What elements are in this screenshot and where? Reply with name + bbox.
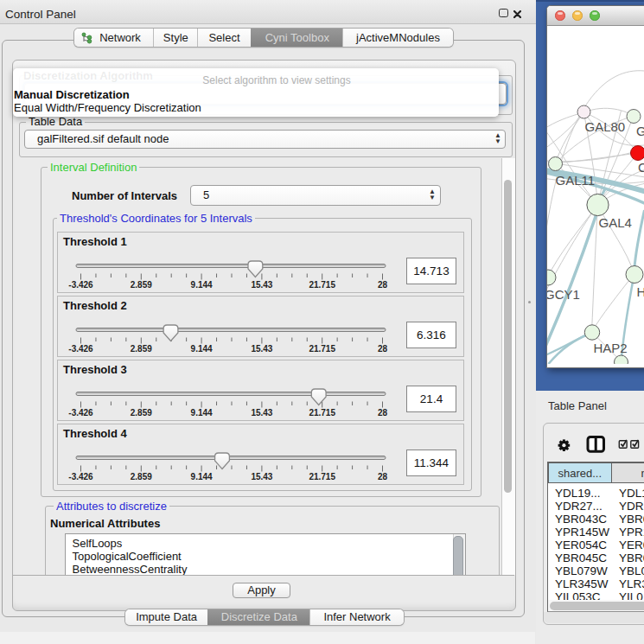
svg-text:CR: CR	[638, 160, 644, 175]
svg-text:21.715: 21.715	[309, 280, 335, 290]
svg-text:28: 28	[378, 408, 388, 418]
svg-text:2.859: 2.859	[131, 344, 152, 354]
svg-text:21.715: 21.715	[309, 472, 335, 481]
svg-text:H: H	[636, 284, 644, 299]
svg-text:-3.426: -3.426	[68, 472, 93, 481]
svg-text:28: 28	[378, 280, 388, 290]
svg-text:2.859: 2.859	[131, 408, 152, 418]
svg-text:GCY1: GCY1	[547, 287, 580, 302]
svg-text:2.859: 2.859	[131, 472, 152, 481]
svg-text:GAL11: GAL11	[555, 173, 595, 188]
svg-text:9.144: 9.144	[191, 280, 213, 290]
svg-text:HAP2: HAP2	[593, 341, 627, 355]
svg-text:9.144: 9.144	[191, 408, 213, 418]
svg-text:-3.426: -3.426	[68, 280, 93, 290]
svg-text:GA: GA	[636, 124, 644, 138]
svg-text:15.43: 15.43	[251, 472, 272, 481]
svg-text:21.715: 21.715	[309, 344, 335, 354]
svg-text:-3.426: -3.426	[68, 408, 93, 418]
svg-text:GAL80: GAL80	[584, 119, 625, 134]
svg-text:15.43: 15.43	[251, 344, 272, 354]
svg-text:15.43: 15.43	[251, 280, 272, 290]
svg-text:28: 28	[378, 344, 388, 354]
svg-text:9.144: 9.144	[191, 344, 213, 354]
svg-text:2.859: 2.859	[131, 280, 152, 290]
svg-text:-3.426: -3.426	[68, 344, 93, 354]
svg-text:28: 28	[378, 472, 388, 481]
svg-text:15.43: 15.43	[251, 408, 272, 418]
svg-text:9.144: 9.144	[191, 472, 213, 481]
svg-text:21.715: 21.715	[309, 408, 335, 418]
svg-text:GAL4: GAL4	[598, 215, 631, 230]
